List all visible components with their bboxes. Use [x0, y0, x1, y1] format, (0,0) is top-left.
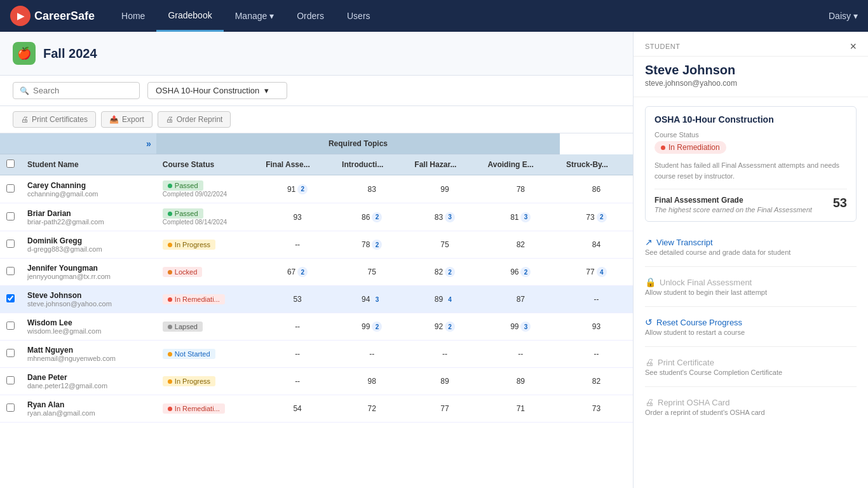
score-cell: 72 — [336, 395, 408, 423]
status-dot — [168, 212, 172, 216]
score-value: 96 — [510, 268, 519, 276]
score-value: -- — [594, 349, 599, 358]
status-badge: In Progress — [163, 240, 215, 250]
search-input[interactable] — [33, 86, 133, 95]
view-transcript-desc: See detailed course and grade data for s… — [645, 248, 857, 256]
remediation-dot — [661, 146, 665, 150]
reprint-card-label: Reprint OSHA Card — [658, 398, 729, 407]
score-cell: 83 — [336, 175, 408, 203]
status-label: In Remediati... — [175, 405, 220, 412]
course-select[interactable]: OSHA 10-Hour Construction ▾ — [147, 82, 287, 99]
logo-icon: ▶ — [10, 6, 31, 26]
score-value: 98 — [368, 377, 376, 386]
score-cell: 87 — [482, 286, 560, 313]
student-name: Briar Darian — [27, 209, 150, 218]
row-checkbox[interactable] — [6, 184, 15, 193]
score-value: 91 — [287, 185, 295, 194]
table-nav-arrows[interactable]: » — [146, 139, 151, 149]
score-badge: 82 — [517, 240, 525, 249]
student-name-cell: Dominik Greggd-gregg883@gmail.com — [21, 231, 156, 259]
score-cell: 862 — [336, 203, 408, 231]
view-transcript-link[interactable]: ↗ View Transcript — [645, 237, 857, 247]
score-badge: 98 — [368, 377, 376, 386]
score-badge: -- — [442, 349, 447, 358]
table-row[interactable]: Briar Darianbriar-path22@gmail.comPassed… — [0, 203, 633, 231]
student-name-cell: Jennifer Youngmanjennyyoungman@tx.rr.com — [21, 259, 156, 286]
score-badge: 78 — [517, 185, 525, 194]
avoiding-header: Avoiding E... — [482, 154, 560, 175]
row-checkbox-cell — [0, 313, 21, 341]
print-certificates-button[interactable]: 🖨 Print Certificates — [13, 111, 96, 128]
score-cell: 89 — [408, 368, 481, 395]
row-checkbox-cell — [0, 203, 21, 231]
score-cell: 78 — [482, 175, 560, 203]
score-cell: 822 — [408, 259, 481, 286]
row-checkbox[interactable] — [6, 403, 15, 412]
student-name-cell: Ryan Alanryan.alan@gmail.com — [21, 395, 156, 423]
search-box[interactable]: 🔍 — [13, 82, 140, 99]
panel-course-name: OSHA 10-Hour Construction — [654, 114, 847, 125]
score-cell: -- — [560, 341, 633, 368]
logo-text: CareerSafe — [34, 10, 95, 23]
score-cell: -- — [259, 341, 336, 368]
score-cell: 782 — [336, 231, 408, 259]
reset-course-link[interactable]: ↺ Reset Course Progress — [645, 317, 857, 327]
score-badge: 862 — [362, 212, 382, 222]
select-all-header — [0, 154, 21, 175]
score-cell: -- — [560, 286, 633, 313]
score-badge: 73 — [592, 404, 600, 413]
logo[interactable]: ▶ CareerSafe — [10, 6, 95, 26]
table-row[interactable]: Jennifer Youngmanjennyyoungman@tx.rr.com… — [0, 259, 633, 286]
score-value: 99 — [510, 322, 519, 331]
row-checkbox[interactable] — [6, 240, 15, 248]
order-reprint-button[interactable]: 🖨 Order Reprint — [158, 111, 231, 128]
nav-home[interactable]: Home — [110, 0, 156, 32]
divider-3 — [645, 346, 857, 347]
score-cell: 75 — [336, 259, 408, 286]
row-checkbox[interactable] — [6, 376, 15, 384]
select-all-checkbox[interactable] — [6, 159, 15, 168]
student-name: Wisdom Lee — [27, 318, 150, 327]
table-row[interactable]: Matt Nguyenmhnemail@nguyenweb.comNot Sta… — [0, 341, 633, 368]
row-checkbox-cell — [0, 231, 21, 259]
table-row[interactable]: Ryan Alanryan.alan@gmail.comIn Remediati… — [0, 395, 633, 423]
table-row[interactable]: Carey Channingcchanning@gmail.comPassedC… — [0, 175, 633, 203]
nav-manage[interactable]: Manage ▾ — [224, 0, 285, 32]
status-label: In Remediati... — [175, 295, 220, 303]
table-row[interactable]: Dane Peterdane.peter12@gmail.comIn Progr… — [0, 368, 633, 395]
navbar: ▶ CareerSafe Home Gradebook Manage ▾ Ord… — [0, 0, 868, 32]
status-label: In Progress — [175, 241, 210, 248]
score-badge: 894 — [435, 294, 455, 304]
close-panel-button[interactable]: × — [850, 41, 857, 52]
completed-date: Completed 09/02/2024 — [163, 191, 253, 198]
table-row[interactable]: Steve Johnsonsteve.johnson@yahoo.comIn R… — [0, 286, 633, 313]
row-checkbox[interactable] — [6, 294, 15, 302]
score-value: 92 — [435, 322, 443, 331]
student-info: Steve Johnson steve.johnson@yahoo.com — [634, 57, 868, 97]
score-badge: 922 — [435, 322, 455, 332]
print-cert-item: 🖨 Print Certificate See student's Course… — [645, 357, 857, 376]
row-checkbox-cell — [0, 259, 21, 286]
score-cell: 86 — [560, 175, 633, 203]
final-grade-row: Final Assessment Grade The highest score… — [654, 189, 847, 214]
score-badge: 912 — [287, 184, 308, 194]
table-row[interactable]: Dominik Greggd-gregg883@gmail.comIn Prog… — [0, 231, 633, 259]
status-cell: In Remediati... — [156, 286, 259, 313]
student-name-cell: Briar Darianbriar-path22@gmail.com — [21, 203, 156, 231]
user-menu[interactable]: Daisy ▾ — [829, 11, 858, 21]
score-value: 75 — [368, 268, 376, 276]
right-panel-header: Student × — [634, 32, 868, 57]
export-button[interactable]: 📤 Export — [101, 111, 153, 128]
row-checkbox[interactable] — [6, 349, 15, 357]
status-dot — [168, 184, 172, 188]
row-checkbox[interactable] — [6, 212, 15, 220]
status-cell: Locked — [156, 259, 259, 286]
status-cell: PassedCompleted 09/02/2024 — [156, 175, 259, 203]
table-row[interactable]: Wisdom Leewisdom.lee@gmail.comLapsed--99… — [0, 313, 633, 341]
nav-orders[interactable]: Orders — [285, 0, 336, 32]
row-checkbox[interactable] — [6, 322, 15, 330]
export-label: Export — [122, 115, 144, 124]
nav-gradebook[interactable]: Gradebook — [156, 0, 223, 32]
row-checkbox[interactable] — [6, 267, 15, 275]
nav-users[interactable]: Users — [336, 0, 382, 32]
